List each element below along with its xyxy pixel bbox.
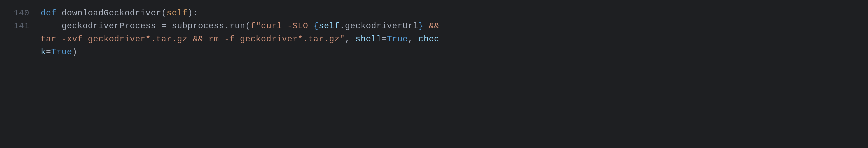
- space: [57, 8, 62, 18]
- kwarg-name-part: k: [41, 47, 46, 57]
- string-quote: ": [340, 34, 345, 44]
- paren-close: ): [72, 47, 77, 57]
- interp-self: self: [319, 21, 340, 31]
- fstring-prefix: f: [250, 21, 256, 31]
- code-line-141-wrap1: tar -xvf geckodriver*.tar.gz && rm -f ge…: [0, 33, 868, 46]
- string-literal: tar -xvf geckodriver*.tar.gz && rm -f ge…: [41, 34, 340, 44]
- paren-close: ): [188, 8, 193, 18]
- equals: =: [46, 47, 51, 57]
- assign: =: [156, 21, 172, 31]
- code-content[interactable]: tar -xvf geckodriver*.tar.gz && rm -f ge…: [41, 33, 868, 46]
- paren-open: (: [161, 8, 166, 18]
- code-content[interactable]: def downloadGeckodriver(self):: [41, 7, 868, 20]
- dot: .: [340, 21, 345, 31]
- paren-open: (: [245, 21, 250, 31]
- kwarg-value: True: [387, 34, 408, 44]
- code-editor: 140 def downloadGeckodriver(self): 141 g…: [0, 7, 868, 59]
- line-number: 141: [0, 20, 41, 33]
- dot: .: [224, 21, 229, 31]
- kwarg-name-part: chec: [418, 34, 439, 44]
- code-line-141-wrap2: k=True): [0, 46, 868, 59]
- variable-name: geckodriverProcess: [62, 21, 156, 31]
- comma: ,: [408, 34, 418, 44]
- code-line-141: 141 geckodriverProcess = subprocess.run(…: [0, 20, 868, 33]
- equals: =: [381, 34, 387, 44]
- string-literal: &&: [424, 21, 445, 31]
- code-line-140: 140 def downloadGeckodriver(self):: [0, 7, 868, 20]
- module-name: subprocess: [172, 21, 224, 31]
- interp-close: }: [418, 21, 424, 31]
- string-quote: ": [256, 21, 261, 31]
- comma: ,: [345, 34, 355, 44]
- function-name: downloadGeckodriver: [62, 8, 161, 18]
- self-param: self: [166, 8, 188, 18]
- code-content[interactable]: geckodriverProcess = subprocess.run(f"cu…: [41, 20, 868, 33]
- code-content[interactable]: k=True): [41, 46, 868, 59]
- interp-open: {: [313, 21, 319, 31]
- kwarg-name: shell: [355, 34, 381, 44]
- member-name: geckodriverUrl: [345, 21, 418, 31]
- keyword-def: def: [41, 8, 57, 18]
- kwarg-value: True: [51, 47, 72, 57]
- method-name: run: [229, 21, 245, 31]
- string-literal: curl -SLO: [261, 21, 313, 31]
- colon: :: [193, 8, 198, 18]
- line-number: 140: [0, 7, 41, 20]
- indent: [41, 21, 62, 31]
